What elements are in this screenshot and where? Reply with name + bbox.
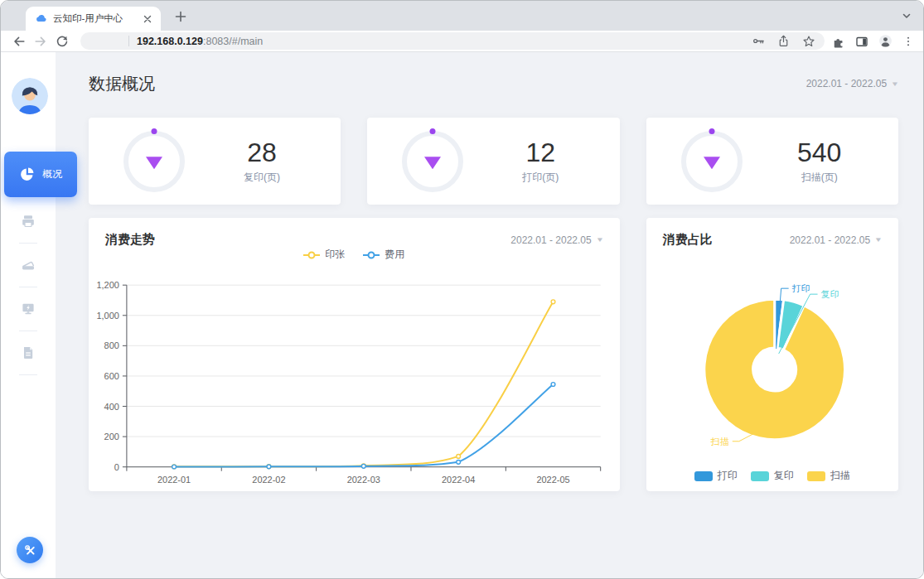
tab-strip: 云知印-用户中心 <box>1 1 923 31</box>
plus-icon <box>175 11 186 22</box>
browser-menu-dots-icon[interactable] <box>902 35 915 48</box>
gauge-dot <box>709 128 714 134</box>
share-pie-card: 消费占比 2022.01 - 2022.05 ▼ 打印复印扫描 打印复印扫描 <box>646 218 898 491</box>
page-date-range-select[interactable]: 2022.01 - 2022.05 ▼ <box>806 78 898 89</box>
tab-close-icon[interactable] <box>141 12 154 26</box>
gauge-ring <box>402 131 463 192</box>
pie-legend-item[interactable]: 复印 <box>751 469 794 483</box>
stat-value: 540 <box>787 138 852 167</box>
sidebar-item-document-icon[interactable] <box>20 345 36 361</box>
password-key-icon[interactable] <box>752 34 766 48</box>
share-icon[interactable] <box>776 34 791 48</box>
svg-text:0: 0 <box>114 462 119 472</box>
forward-button-icon[interactable] <box>32 33 49 50</box>
browser-tab[interactable]: 云知印-用户中心 <box>26 7 161 31</box>
user-avatar[interactable] <box>12 78 48 114</box>
gauge-dot <box>430 128 436 134</box>
svg-text:2022-03: 2022-03 <box>347 475 380 485</box>
svg-text:2022-01: 2022-01 <box>157 475 191 485</box>
stat-label: 扫描(页) <box>787 171 852 185</box>
svg-text:复印: 复印 <box>820 289 839 299</box>
url-path: :8083/#/main <box>203 36 263 47</box>
down-triangle-icon <box>424 157 441 169</box>
sidebar-divider <box>19 331 37 331</box>
sidebar-item-scanner-icon[interactable] <box>20 257 36 273</box>
svg-text:2022-02: 2022-02 <box>252 475 285 485</box>
svg-text:200: 200 <box>104 432 119 441</box>
pie-chart-legend: 打印复印扫描 <box>646 469 898 483</box>
extensions-puzzle-icon[interactable] <box>831 34 846 49</box>
stat-value: 28 <box>230 138 294 167</box>
sidebar-divider <box>19 374 37 375</box>
svg-text:400: 400 <box>104 402 119 412</box>
charts-row: 消费走势 2022.01 - 2022.05 ▼ 印张费用 0200400600… <box>89 218 898 491</box>
pie-legend-item[interactable]: 扫描 <box>807 469 850 483</box>
browser-window: 云知印-用户中心 192.168.0.129:8083/#/main <box>0 0 924 579</box>
stat-card-scan: 540扫描(页) <box>646 118 898 205</box>
stat-value: 12 <box>508 138 573 167</box>
sidebar-item-overview[interactable]: 概况 <box>4 152 77 197</box>
gauge-ring <box>123 131 185 192</box>
side-panel-icon[interactable] <box>854 34 869 49</box>
gauge-ring <box>681 131 743 192</box>
page-title: 数据概况 <box>89 73 155 95</box>
down-triangle-icon <box>704 157 720 169</box>
down-triangle-icon <box>146 157 162 169</box>
window-chevron-down-icon[interactable] <box>900 9 913 22</box>
svg-text:1,200: 1,200 <box>96 280 119 290</box>
svg-text:800: 800 <box>104 340 119 350</box>
stat-label: 复印(页) <box>230 171 294 185</box>
stat-cards-row: 28复印(页) 12打印(页) 540扫描(页) <box>89 118 898 205</box>
sidebar-divider <box>19 287 37 287</box>
svg-text:扫描: 扫描 <box>709 437 728 446</box>
url-host: 192.168.0.129 <box>137 36 203 47</box>
app-content: 概况 数据概况 <box>1 52 923 578</box>
chevron-down-icon: ▼ <box>891 80 899 88</box>
share-pie-chart: 打印复印扫描 <box>646 218 898 491</box>
svg-text:2022-05: 2022-05 <box>536 475 569 485</box>
bookmark-star-icon[interactable] <box>801 34 816 49</box>
browser-toolbar: 192.168.0.129:8083/#/main <box>1 31 923 52</box>
sidebar-item-label: 概况 <box>42 167 62 181</box>
address-bar-divider <box>128 36 129 46</box>
stat-label: 打印(页) <box>508 171 573 185</box>
sidebar-item-terminal-icon[interactable] <box>20 301 36 317</box>
pie-legend-item[interactable]: 打印 <box>694 469 738 483</box>
sidebar-divider <box>19 243 37 244</box>
svg-text:1,000: 1,000 <box>96 311 119 321</box>
gauge-dot <box>152 128 157 134</box>
sidebar-item-printer-icon[interactable] <box>20 213 36 229</box>
svg-text:600: 600 <box>104 371 119 381</box>
sidebar: 概况 <box>1 52 56 578</box>
address-bar[interactable]: 192.168.0.129:8083/#/main <box>80 32 825 50</box>
trend-chart-card: 消费走势 2022.01 - 2022.05 ▼ 印张费用 0200400600… <box>89 218 620 491</box>
date-range-value: 2022.01 - 2022.05 <box>806 78 887 89</box>
main-panel: 数据概况 2022.01 - 2022.05 ▼ 28复印(页) 12打印(页) <box>56 52 923 578</box>
stat-card-copy: 28复印(页) <box>89 118 341 205</box>
site-favicon-cloud-icon <box>35 12 47 25</box>
svg-text:打印: 打印 <box>791 283 810 293</box>
sidebar-menu <box>1 206 56 382</box>
new-tab-button[interactable] <box>171 7 191 27</box>
back-button-icon[interactable] <box>11 33 27 50</box>
profile-avatar-icon[interactable] <box>878 33 893 49</box>
trend-line-chart: 02004006008001,0001,2002022-012022-02202… <box>89 218 620 491</box>
url-text: 192.168.0.129:8083/#/main <box>137 36 263 47</box>
reload-button-icon[interactable] <box>54 33 70 50</box>
tab-title: 云知印-用户中心 <box>53 12 141 25</box>
tools-wrench-icon <box>23 543 37 557</box>
stat-card-print: 12打印(页) <box>367 118 619 205</box>
tools-button[interactable] <box>17 537 43 563</box>
svg-text:2022-04: 2022-04 <box>442 475 475 485</box>
pie-chart-icon <box>19 166 35 182</box>
